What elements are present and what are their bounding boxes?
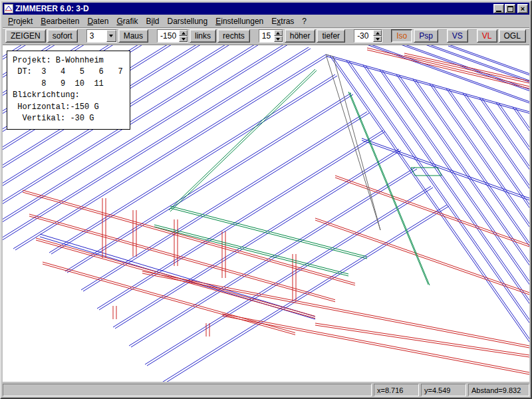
arrow-down-icon (182, 38, 186, 41)
spin-up-button[interactable] (179, 30, 188, 36)
horizontal-spinner-value: -150 (158, 30, 179, 42)
app-icon-graphic (5, 5, 13, 13)
spin-up-button[interactable] (274, 30, 283, 36)
toolbar-gap (346, 36, 352, 37)
menu-projekt[interactable]: Projekt (4, 15, 37, 27)
menu-darstellung[interactable]: Darstellung (164, 15, 212, 27)
menu-bild[interactable]: Bild (142, 15, 163, 27)
status-x: x=8.716 (374, 384, 419, 396)
close-icon: × (521, 5, 525, 13)
step-spinner-value: 15 (259, 30, 274, 42)
maximize-button[interactable] (505, 4, 515, 13)
status-abstand: Abstand=9.832 (468, 384, 529, 396)
spinner-buttons (179, 30, 188, 42)
detail-combo-value: 3 (87, 30, 106, 42)
menu-bar: Projekt Bearbeiten Daten Grafik Bild Dar… (3, 15, 529, 27)
maximize-icon (507, 6, 513, 12)
minimize-button[interactable] (493, 4, 504, 13)
toolbar-gap (79, 36, 85, 37)
app-window: ZIMMERER 6.0: 3-D × Projekt Bearbeiten D… (0, 0, 532, 399)
tiefer-button[interactable]: tiefer (317, 29, 345, 43)
horizontal-spinner[interactable]: -150 (157, 29, 188, 43)
minimize-icon (496, 11, 501, 12)
status-y: y=4.549 (421, 384, 466, 396)
arrow-down-icon (376, 38, 380, 41)
step-spinner[interactable]: 15 (259, 29, 283, 43)
spinner-buttons (274, 30, 283, 42)
close-button[interactable]: × (517, 4, 528, 13)
spinner-buttons (373, 30, 382, 42)
menu-einstellungen[interactable]: Einstellungen (211, 15, 267, 27)
vl-button[interactable]: VL (477, 29, 497, 43)
view-info-box: Projekt: B-Wohnheim DT: 3 4 5 6 7 8 9 10… (7, 51, 130, 130)
arrow-up-icon (182, 32, 186, 35)
vertical-spinner[interactable]: -30 (354, 29, 382, 43)
spin-down-button[interactable] (179, 36, 188, 42)
vertical-spinner-value: -30 (354, 30, 373, 42)
title-bar[interactable]: ZIMMERER 6.0: 3-D × (3, 3, 529, 15)
maus-button[interactable]: Maus (118, 29, 148, 43)
spin-down-button[interactable] (274, 36, 283, 42)
zeigen-button[interactable]: ZEIGEN (5, 29, 46, 43)
spin-up-button[interactable] (373, 30, 382, 36)
toolbar-gap (150, 36, 156, 37)
arrow-down-icon (276, 38, 280, 41)
toolbar-gap (384, 36, 390, 37)
status-message-panel (3, 384, 372, 396)
toolbar: ZEIGEN sofort 3 Maus -150 links rechts 1… (3, 27, 529, 45)
rechts-button[interactable]: rechts (217, 29, 250, 43)
menu-help[interactable]: ? (298, 15, 311, 27)
arrow-up-icon (376, 32, 380, 35)
window-title: ZIMMERER 6.0: 3-D (15, 4, 491, 13)
menu-extras[interactable]: Extras (267, 15, 298, 27)
toolbar-gap (440, 36, 446, 37)
toolbar-gap (251, 36, 257, 37)
toolbar-gap (469, 36, 475, 37)
psp-button[interactable]: Psp (414, 29, 438, 43)
app-icon (4, 4, 13, 13)
detail-combo[interactable]: 3 (86, 29, 117, 43)
spin-down-button[interactable] (373, 36, 382, 42)
arrow-up-icon (276, 32, 280, 35)
links-button[interactable]: links (190, 29, 216, 43)
drawing-canvas[interactable]: Projekt: B-Wohnheim DT: 3 4 5 6 7 8 9 10… (3, 45, 529, 382)
menu-bearbeiten[interactable]: Bearbeiten (37, 15, 83, 27)
ogl-button[interactable]: OGL (499, 29, 526, 43)
menu-daten[interactable]: Daten (83, 15, 112, 27)
menu-grafik[interactable]: Grafik (112, 15, 142, 27)
status-bar: x=8.716 y=4.549 Abstand=9.832 (3, 382, 529, 396)
sofort-button[interactable]: sofort (47, 29, 78, 43)
combo-dropdown-button[interactable] (106, 30, 116, 42)
chevron-down-icon (109, 35, 113, 37)
vs-button[interactable]: VS (447, 29, 468, 43)
hoeher-button[interactable]: höher (285, 29, 316, 43)
iso-button[interactable]: Iso (391, 29, 412, 43)
window-controls: × (493, 4, 528, 13)
